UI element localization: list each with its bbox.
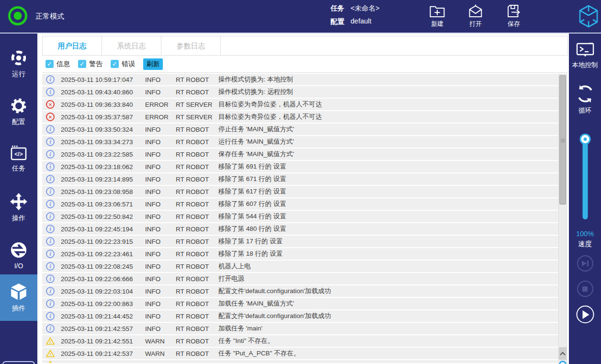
log-source: RT ROBOT [176, 300, 218, 307]
log-row[interactable]: !2025-03-11 09:21:42:551WARNRT ROBOT任务 "… [42, 335, 558, 348]
task-label: 任务 [330, 4, 344, 13]
step-icon [582, 261, 589, 266]
log-message: 打开电源 [218, 274, 558, 283]
tab-bar: 用户日志 系统日志 参数日志 [42, 36, 568, 56]
log-row[interactable]: i2025-03-11 09:43:40:860INFORT ROBOT操作模式… [42, 86, 558, 99]
log-row[interactable]: i2025-03-11 09:33:34:273INFORT ROBOT运行任务… [42, 136, 558, 148]
tab-param-log[interactable]: 参数日志 [161, 36, 221, 55]
log-row[interactable]: ! [42, 360, 558, 364]
log-source: RT ROBOT [176, 350, 218, 357]
log-row[interactable]: i2025-03-11 09:22:45:194INFORT ROBOT移除了第… [42, 223, 558, 236]
filter-bar: ✓ 信息 ✓ 警告 ✓ 错误 刷新 [42, 56, 568, 73]
speed-label: 速度 [569, 239, 601, 249]
log-time: 2025-03-11 09:33:34:273 [61, 138, 145, 146]
log-time: 2025-03-11 09:35:37:587 [61, 114, 145, 121]
log-message: 移除了第 480 行的 设置 [218, 225, 558, 233]
log-row[interactable]: i2025-03-11 09:22:08:245INFORT ROBOT机器人上… [42, 261, 558, 273]
terminal-icon [576, 42, 594, 58]
plugin-cube-icon [10, 283, 28, 301]
log-row[interactable]: i2025-03-11 09:23:08:958INFORT ROBOT移除了第… [42, 186, 558, 198]
task-value: <未命名> [351, 4, 379, 13]
run-target-icon [10, 49, 27, 67]
speed-slider-track[interactable] [582, 141, 588, 219]
log-time: 2025-03-11 09:22:00:863 [61, 300, 145, 307]
refresh-button[interactable]: 刷新 [143, 58, 163, 70]
step-button[interactable] [577, 255, 593, 272]
log-level: WARN [145, 350, 176, 357]
brand-logo [578, 4, 600, 31]
tab-user-log[interactable]: 用户日志 [43, 36, 102, 55]
log-level: INFO [145, 313, 176, 320]
log-row[interactable]: i2025-03-11 09:22:00:863INFORT ROBOT加载任务… [42, 298, 558, 310]
log-source: RT ROBOT [176, 188, 218, 195]
loop-button[interactable]: 循环 [576, 84, 595, 115]
log-source: RT ROBOT [176, 226, 218, 233]
sidebar-item-operate[interactable]: 操作 [0, 184, 37, 231]
log-row[interactable]: i2025-03-11 09:21:42:557INFORT ROBOT加载任务… [42, 323, 558, 335]
log-message: 加载任务 'MAIN_赋值方式' [218, 299, 558, 308]
log-time: 2025-03-11 09:23:18:062 [61, 163, 145, 171]
log-source: RT SERVER [176, 114, 218, 121]
info-icon: i [46, 262, 55, 271]
svg-text:!: ! [49, 352, 51, 357]
stop-icon [582, 286, 588, 292]
task-config-info: 任务 <未命名> 配置 default [330, 4, 379, 31]
info-icon: i [46, 162, 55, 171]
log-time: 2025-03-11 09:21:42:537 [61, 350, 145, 357]
info-icon: i [46, 125, 55, 134]
open-button[interactable]: 打开 [460, 4, 491, 28]
sidebar-item-io[interactable]: I/O [0, 232, 37, 279]
log-row[interactable]: i2025-03-11 09:22:23:915INFORT ROBOT移除了第… [42, 236, 558, 248]
log-row[interactable]: ✕2025-03-11 09:36:33:840ERRORRT SERVER目标… [42, 99, 558, 111]
local-control-button[interactable]: 本地控制 [572, 42, 598, 69]
log-row[interactable]: i2025-03-11 09:21:44:452INFORT ROBOT配置文件… [42, 310, 558, 323]
log-row[interactable]: i2025-03-11 09:23:22:585INFORT ROBOT保存任务… [42, 148, 558, 161]
log-row[interactable]: i2025-03-11 10:59:17:047INFORT ROBOT操作模式… [42, 74, 558, 86]
log-row[interactable]: i2025-03-11 09:22:23:461INFORT ROBOT移除了第… [42, 248, 558, 261]
log-level: INFO [145, 213, 176, 220]
log-source: RT ROBOT [176, 238, 218, 245]
log-source: RT ROBOT [176, 263, 218, 270]
log-message: 配置文件'default.configuration'加载成功 [218, 312, 558, 320]
log-row[interactable]: !2025-03-11 09:21:42:537WARNRT ROBOT任务 "… [42, 348, 558, 360]
play-icon [583, 310, 590, 319]
log-level: INFO [145, 300, 176, 307]
scrollbar[interactable] [558, 74, 567, 364]
save-button[interactable]: 保存 [499, 4, 529, 28]
log-level: INFO [145, 89, 176, 96]
checkbox-info[interactable]: ✓ 信息 [45, 60, 70, 68]
log-time: 2025-03-11 09:22:08:245 [61, 263, 145, 270]
log-message: 移除了第 617 行的 设置 [218, 187, 558, 196]
sidebar-item-task[interactable]: </> 任务 [0, 136, 37, 182]
top-bar: 正常模式 任务 <未命名> 配置 default 新建 [0, 0, 601, 34]
new-button[interactable]: 新建 [422, 4, 453, 28]
checkbox-checked-icon: ✓ [111, 60, 119, 68]
log-row[interactable]: i2025-03-11 09:22:06:666INFORT ROBOT打开电源 [42, 273, 558, 285]
config-value: default [351, 17, 372, 26]
warning-icon: ! [46, 360, 55, 364]
play-button[interactable] [576, 306, 594, 323]
sidebar-item-plugin[interactable]: 插件 [0, 274, 37, 321]
tab-system-log[interactable]: 系统日志 [102, 36, 161, 55]
log-row[interactable]: i2025-03-11 09:33:50:324INFORT ROBOT停止任务… [42, 124, 558, 136]
log-row[interactable]: i2025-03-11 09:23:18:062INFORT ROBOT移除了第… [42, 161, 558, 173]
log-row[interactable]: i2025-03-11 09:22:50:842INFORT ROBOT移除了第… [42, 211, 558, 223]
stop-button[interactable] [577, 281, 593, 297]
log-row[interactable]: i2025-03-11 09:23:14:895INFORT ROBOT移除了第… [42, 173, 558, 186]
log-time: 2025-03-11 09:23:06:571 [61, 201, 145, 208]
log-source: RT ROBOT [176, 201, 218, 208]
speed-slider-handle[interactable] [581, 135, 589, 143]
checkbox-error[interactable]: ✓ 错误 [111, 60, 135, 68]
sidebar-item-run[interactable]: 运行 [0, 41, 37, 87]
log-row[interactable]: i2025-03-11 09:22:03:104INFORT ROBOT配置文件… [42, 285, 558, 298]
log-source: RT ROBOT [176, 250, 218, 258]
scroll-up-button[interactable] [559, 347, 567, 360]
sidebar-item-config[interactable]: 配置 [0, 89, 37, 135]
log-row[interactable]: ✕2025-03-11 09:35:37:587ERRORRT SERVER目标… [42, 111, 558, 124]
log-message: 操作模式切换为: 本地控制 [218, 75, 558, 84]
checkbox-warn[interactable]: ✓ 警告 [78, 60, 102, 68]
scrollbar-thumb[interactable] [559, 75, 566, 205]
config-label: 配置 [330, 17, 344, 26]
log-level: INFO [145, 263, 176, 270]
log-row[interactable]: i2025-03-11 09:23:06:571INFORT ROBOT移除了第… [42, 198, 558, 211]
